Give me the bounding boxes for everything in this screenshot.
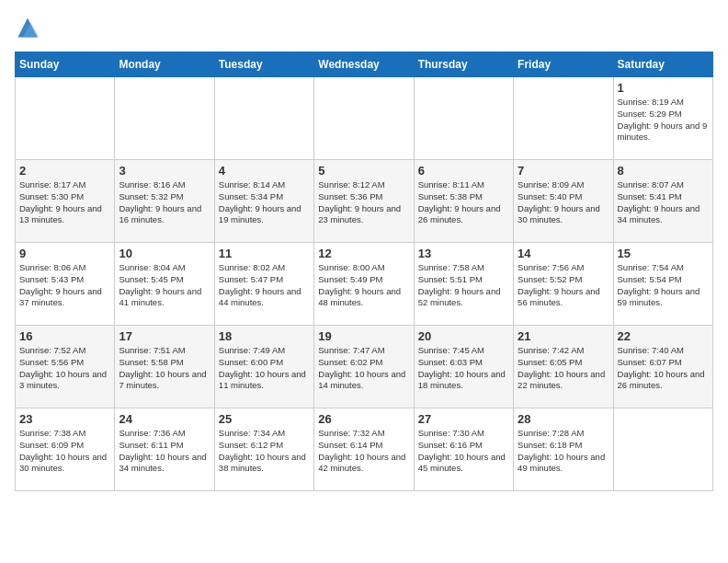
calendar-cell: 5Sunrise: 8:12 AM Sunset: 5:36 PM Daylig… — [314, 160, 414, 243]
day-number: 23 — [19, 412, 110, 426]
page-header — [15, 15, 713, 40]
calendar-cell: 22Sunrise: 7:40 AM Sunset: 6:07 PM Dayli… — [613, 326, 712, 408]
day-info: Sunrise: 7:30 AM Sunset: 6:16 PM Dayligh… — [418, 428, 509, 475]
calendar-cell: 11Sunrise: 8:02 AM Sunset: 5:47 PM Dayli… — [214, 243, 313, 326]
calendar-cell: 8Sunrise: 8:07 AM Sunset: 5:41 PM Daylig… — [613, 160, 712, 243]
day-number: 8 — [618, 164, 709, 178]
calendar-cell: 9Sunrise: 8:06 AM Sunset: 5:43 PM Daylig… — [16, 243, 115, 326]
day-info: Sunrise: 7:52 AM Sunset: 5:56 PM Dayligh… — [19, 345, 110, 392]
column-header-saturday: Saturday — [613, 52, 712, 77]
calendar-cell: 14Sunrise: 7:56 AM Sunset: 5:52 PM Dayli… — [514, 243, 613, 326]
day-number: 11 — [219, 247, 310, 260]
day-number: 15 — [618, 247, 709, 260]
day-number: 1 — [618, 81, 709, 95]
calendar-cell: 25Sunrise: 7:34 AM Sunset: 6:12 PM Dayli… — [214, 408, 313, 491]
column-header-friday: Friday — [514, 52, 613, 77]
day-info: Sunrise: 8:19 AM Sunset: 5:29 PM Dayligh… — [618, 97, 709, 144]
calendar-cell: 7Sunrise: 8:09 AM Sunset: 5:40 PM Daylig… — [514, 160, 613, 243]
day-info: Sunrise: 7:49 AM Sunset: 6:00 PM Dayligh… — [219, 345, 310, 392]
calendar-cell: 18Sunrise: 7:49 AM Sunset: 6:00 PM Dayli… — [214, 326, 313, 408]
calendar-cell: 17Sunrise: 7:51 AM Sunset: 5:58 PM Dayli… — [115, 326, 214, 408]
calendar-cell: 24Sunrise: 7:36 AM Sunset: 6:11 PM Dayli… — [115, 408, 214, 491]
day-number: 17 — [119, 329, 210, 343]
day-info: Sunrise: 8:00 AM Sunset: 5:49 PM Dayligh… — [318, 262, 409, 309]
day-number: 18 — [219, 329, 310, 343]
calendar-cell: 6Sunrise: 8:11 AM Sunset: 5:38 PM Daylig… — [414, 160, 513, 243]
day-info: Sunrise: 7:45 AM Sunset: 6:03 PM Dayligh… — [418, 345, 509, 392]
calendar-week-row: 2Sunrise: 8:17 AM Sunset: 5:30 PM Daylig… — [16, 160, 713, 243]
day-info: Sunrise: 8:02 AM Sunset: 5:47 PM Dayligh… — [219, 262, 310, 309]
calendar-cell — [314, 77, 414, 160]
calendar-cell — [613, 408, 712, 491]
calendar-week-row: 23Sunrise: 7:38 AM Sunset: 6:09 PM Dayli… — [16, 408, 713, 491]
day-number: 28 — [518, 412, 609, 426]
day-number: 19 — [318, 329, 409, 343]
calendar-week-row: 9Sunrise: 8:06 AM Sunset: 5:43 PM Daylig… — [16, 243, 713, 326]
calendar-cell — [16, 77, 115, 160]
day-info: Sunrise: 8:06 AM Sunset: 5:43 PM Dayligh… — [19, 262, 110, 309]
day-number: 20 — [418, 329, 509, 343]
day-info: Sunrise: 7:56 AM Sunset: 5:52 PM Dayligh… — [518, 262, 609, 309]
day-info: Sunrise: 8:16 AM Sunset: 5:32 PM Dayligh… — [119, 179, 210, 226]
day-number: 13 — [418, 247, 509, 260]
day-info: Sunrise: 7:28 AM Sunset: 6:18 PM Dayligh… — [518, 428, 609, 475]
calendar-cell: 28Sunrise: 7:28 AM Sunset: 6:18 PM Dayli… — [514, 408, 613, 491]
day-info: Sunrise: 8:09 AM Sunset: 5:40 PM Dayligh… — [518, 179, 609, 226]
day-info: Sunrise: 7:36 AM Sunset: 6:11 PM Dayligh… — [119, 428, 210, 475]
day-number: 5 — [318, 164, 409, 178]
calendar-cell — [414, 77, 513, 160]
day-info: Sunrise: 8:17 AM Sunset: 5:30 PM Dayligh… — [19, 179, 110, 226]
calendar-cell: 19Sunrise: 7:47 AM Sunset: 6:02 PM Dayli… — [314, 326, 414, 408]
calendar-cell: 1Sunrise: 8:19 AM Sunset: 5:29 PM Daylig… — [613, 77, 712, 160]
column-header-thursday: Thursday — [414, 52, 513, 77]
column-header-wednesday: Wednesday — [314, 52, 414, 77]
day-number: 26 — [318, 412, 409, 426]
day-number: 24 — [119, 412, 210, 426]
day-number: 22 — [618, 329, 709, 343]
day-info: Sunrise: 7:58 AM Sunset: 5:51 PM Dayligh… — [418, 262, 509, 309]
calendar-cell: 3Sunrise: 8:16 AM Sunset: 5:32 PM Daylig… — [115, 160, 214, 243]
day-info: Sunrise: 7:54 AM Sunset: 5:54 PM Dayligh… — [618, 262, 709, 309]
calendar-cell: 27Sunrise: 7:30 AM Sunset: 6:16 PM Dayli… — [414, 408, 513, 491]
calendar-cell: 13Sunrise: 7:58 AM Sunset: 5:51 PM Dayli… — [414, 243, 513, 326]
day-number: 7 — [518, 164, 609, 178]
calendar-cell: 15Sunrise: 7:54 AM Sunset: 5:54 PM Dayli… — [613, 243, 712, 326]
calendar-cell: 12Sunrise: 8:00 AM Sunset: 5:49 PM Dayli… — [314, 243, 414, 326]
calendar-cell: 20Sunrise: 7:45 AM Sunset: 6:03 PM Dayli… — [414, 326, 513, 408]
calendar-cell: 21Sunrise: 7:42 AM Sunset: 6:05 PM Dayli… — [514, 326, 613, 408]
day-info: Sunrise: 8:14 AM Sunset: 5:34 PM Dayligh… — [219, 179, 310, 226]
day-info: Sunrise: 7:34 AM Sunset: 6:12 PM Dayligh… — [219, 428, 310, 475]
day-number: 12 — [318, 247, 409, 260]
calendar-cell — [214, 77, 313, 160]
calendar-cell: 2Sunrise: 8:17 AM Sunset: 5:30 PM Daylig… — [16, 160, 115, 243]
calendar-table: SundayMondayTuesdayWednesdayThursdayFrid… — [15, 52, 713, 491]
day-number: 4 — [219, 164, 310, 178]
calendar-cell: 26Sunrise: 7:32 AM Sunset: 6:14 PM Dayli… — [314, 408, 414, 491]
logo — [15, 15, 44, 40]
day-number: 21 — [518, 329, 609, 343]
day-info: Sunrise: 7:38 AM Sunset: 6:09 PM Dayligh… — [19, 428, 110, 475]
calendar-cell: 4Sunrise: 8:14 AM Sunset: 5:34 PM Daylig… — [214, 160, 313, 243]
day-number: 10 — [119, 247, 210, 260]
calendar-week-row: 16Sunrise: 7:52 AM Sunset: 5:56 PM Dayli… — [16, 326, 713, 408]
day-number: 14 — [518, 247, 609, 260]
calendar-cell: 16Sunrise: 7:52 AM Sunset: 5:56 PM Dayli… — [16, 326, 115, 408]
day-info: Sunrise: 7:40 AM Sunset: 6:07 PM Dayligh… — [618, 345, 709, 392]
day-number: 3 — [119, 164, 210, 178]
day-number: 6 — [418, 164, 509, 178]
day-info: Sunrise: 8:11 AM Sunset: 5:38 PM Dayligh… — [418, 179, 509, 226]
day-number: 27 — [418, 412, 509, 426]
calendar-cell: 23Sunrise: 7:38 AM Sunset: 6:09 PM Dayli… — [16, 408, 115, 491]
calendar-week-row: 1Sunrise: 8:19 AM Sunset: 5:29 PM Daylig… — [16, 77, 713, 160]
calendar-header-row: SundayMondayTuesdayWednesdayThursdayFrid… — [16, 52, 713, 77]
day-number: 16 — [19, 329, 110, 343]
day-info: Sunrise: 7:47 AM Sunset: 6:02 PM Dayligh… — [318, 345, 409, 392]
day-info: Sunrise: 8:12 AM Sunset: 5:36 PM Dayligh… — [318, 179, 409, 226]
day-info: Sunrise: 8:04 AM Sunset: 5:45 PM Dayligh… — [119, 262, 210, 309]
logo-icon — [15, 15, 40, 40]
day-number: 2 — [19, 164, 110, 178]
calendar-cell — [115, 77, 214, 160]
calendar-cell — [514, 77, 613, 160]
column-header-sunday: Sunday — [16, 52, 115, 77]
calendar-cell: 10Sunrise: 8:04 AM Sunset: 5:45 PM Dayli… — [115, 243, 214, 326]
